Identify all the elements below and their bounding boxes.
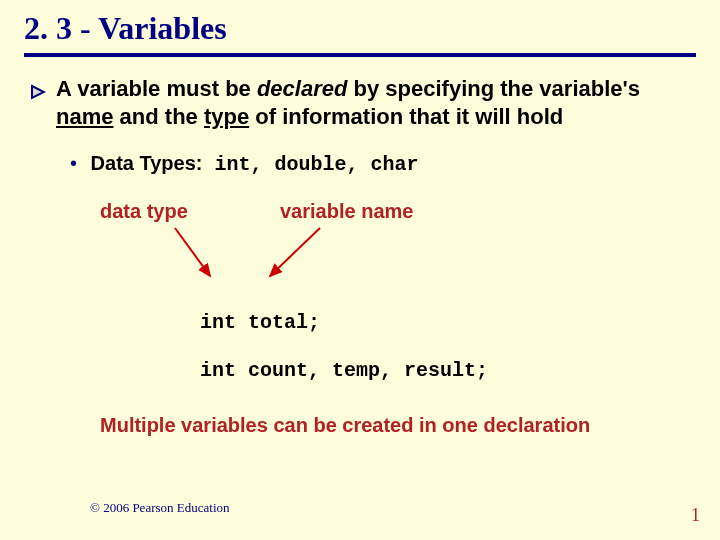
arrow-icon (170, 226, 230, 286)
annotation-labels: data type variable name (30, 200, 690, 310)
text-declared: declared (257, 76, 348, 101)
svg-line-2 (175, 228, 210, 276)
bullet-level2: • Data Types: int, double, char (70, 152, 690, 176)
note-text: Multiple variables can be created in one… (100, 414, 690, 437)
footer-page-number: 1 (691, 505, 700, 526)
text: of information that it will hold (249, 104, 563, 129)
slide-title: 2. 3 - Variables (0, 0, 720, 47)
text-name: name (56, 104, 113, 129)
text: A variable must be (56, 76, 257, 101)
bullet2-types: int, double, char (202, 153, 418, 176)
code-line-2: int count, temp, result; (200, 358, 690, 384)
label-datatype: data type (100, 200, 188, 223)
code-line-1: int total; (200, 310, 690, 336)
svg-marker-1 (32, 86, 44, 98)
text: by specifying the variable's (347, 76, 640, 101)
bullet-level1-text: A variable must be declared by specifyin… (56, 75, 690, 130)
slide-body: A variable must be declared by specifyin… (0, 57, 720, 437)
label-varname: variable name (280, 200, 413, 223)
arrow-icon (260, 226, 340, 286)
svg-line-3 (270, 228, 320, 276)
code-block: int total; int count, temp, result; (200, 310, 690, 384)
bullet-level1: A variable must be declared by specifyin… (30, 75, 690, 130)
footer-copyright: © 2006 Pearson Education (90, 500, 230, 516)
text: and the (113, 104, 203, 129)
bullet-dot-icon: • (70, 152, 77, 174)
bullet2-label: Data Types: (91, 152, 203, 174)
text-type: type (204, 104, 249, 129)
chevron-right-icon (30, 79, 46, 107)
slide: 2. 3 - Variables A variable must be decl… (0, 0, 720, 540)
